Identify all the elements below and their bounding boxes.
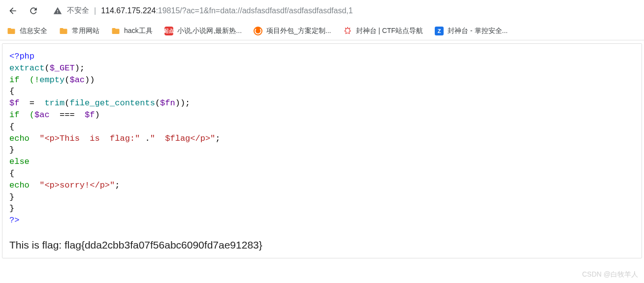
qidian-icon: 起点 (164, 27, 173, 35)
orange-icon (254, 27, 262, 35)
bookmark-outsource[interactable]: 项目外包_方案定制... (254, 27, 331, 35)
back-button[interactable] (6, 4, 20, 18)
reload-button[interactable] (27, 4, 40, 18)
browser-toolbar: 不安全 | 114.67.175.224:19815/?ac=1&fn=data… (0, 0, 644, 22)
folder-icon (59, 27, 68, 35)
page-content: <?php extract($_GET); if (!empty($ac)) {… (2, 43, 642, 258)
bookmark-label: 封神台 - 掌控安全... (448, 27, 508, 35)
bookmark-zkaq[interactable]: Z 封神台 - 掌控安全... (435, 27, 508, 35)
folder-icon (111, 27, 120, 35)
url-text: 114.67.175.224:19815/?ac=1&fn=data://ads… (101, 6, 353, 15)
bookmark-folder-hacktools[interactable]: hack工具 (111, 27, 153, 35)
security-label: 不安全 (67, 6, 89, 15)
cat-icon (343, 27, 352, 35)
warning-icon (53, 6, 62, 15)
bookmark-folder-common[interactable]: 常用网站 (59, 27, 99, 35)
bookmark-label: 封神台 | CTF站点导航 (356, 27, 423, 35)
bookmark-label: 常用网站 (72, 27, 99, 35)
separator: | (94, 6, 96, 15)
shield-icon: Z (435, 27, 444, 35)
bookmark-label: hack工具 (124, 27, 153, 35)
bookmark-label: 小说,小说网,最新热... (177, 27, 242, 35)
bookmark-folder-infosec[interactable]: 信息安全 (7, 27, 47, 35)
bookmark-label: 项目外包_方案定制... (266, 27, 331, 35)
bookmarks-bar: 信息安全 常用网站 hack工具 起点 小说,小说网,最新热... 项目外包_方… (0, 22, 644, 40)
watermark: CSDN @白牧羊人 (582, 270, 638, 279)
php-source-code: <?php extract($_GET); if (!empty($ac)) {… (9, 51, 635, 226)
flag-output: This is flag: flag{dda2cbb3fa07f56abc609… (9, 239, 635, 251)
bookmark-ctf-nav[interactable]: 封神台 | CTF站点导航 (343, 27, 423, 35)
address-bar[interactable]: 不安全 | 114.67.175.224:19815/?ac=1&fn=data… (47, 2, 638, 19)
bookmark-novel[interactable]: 起点 小说,小说网,最新热... (164, 27, 242, 35)
folder-icon (7, 27, 16, 35)
bookmark-label: 信息安全 (20, 27, 47, 35)
